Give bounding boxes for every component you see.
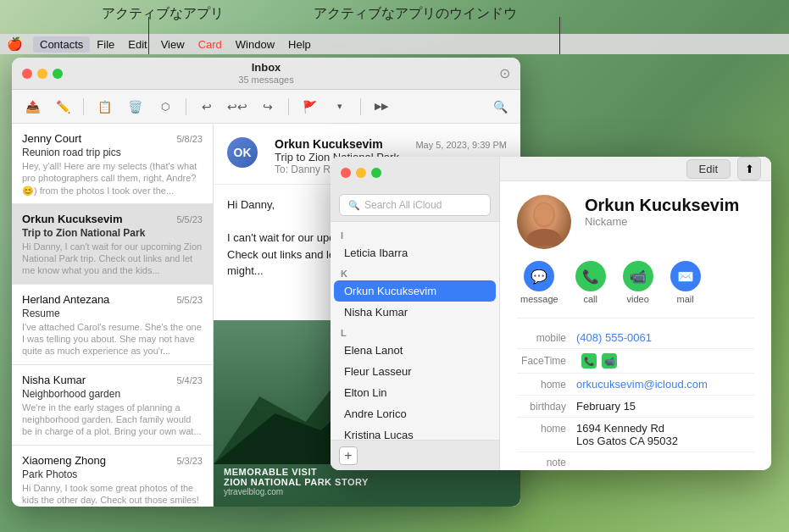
message-icon: 💬 (524, 261, 554, 291)
menu-contacts[interactable]: Contacts (33, 36, 90, 53)
video-icon: 📹 (623, 261, 653, 291)
field-label-note: note (517, 457, 576, 468)
msg-preview: Hi Danny, I took some great photos of th… (22, 482, 203, 507)
list-item[interactable]: Andre Lorico (334, 403, 496, 424)
mail-forward-icon[interactable]: ↪ (256, 95, 280, 119)
menu-file[interactable]: File (90, 36, 121, 53)
list-item[interactable]: Orkun Kucuksevim (334, 280, 496, 302)
field-value-birthday: February 15 (576, 400, 636, 413)
search-placeholder: Search All iCloud (364, 199, 442, 211)
call-label: call (583, 294, 597, 304)
list-item[interactable]: Kristina Lucas (334, 424, 496, 440)
avatar-svg (523, 198, 565, 246)
list-item[interactable]: Fleur Lasseur (334, 361, 496, 382)
field-note: note (517, 452, 754, 470)
field-home-address: home 1694 Kennedy Rd Los Gatos CA 95032 (517, 418, 754, 452)
mail-more-icon[interactable]: ▾ (328, 95, 352, 119)
contact-nickname: Nickame (585, 215, 739, 228)
mail-filter-icon[interactable]: ⊙ (499, 65, 510, 81)
mail-send-icon[interactable]: 📤 (20, 95, 44, 119)
contacts-section-header-l: L (331, 323, 499, 340)
list-item[interactable]: Jenny Court 5/8/23 Reunion road trip pic… (12, 124, 213, 204)
list-item[interactable]: Leticia Ibarra (334, 242, 496, 263)
field-label-mobile: mobile (517, 332, 576, 344)
active-window-annotation: アクティブなアプリのウインドウ (314, 5, 517, 23)
contacts-list: I Leticia Ibarra K Orkun Kucuksevim Nish… (331, 222, 499, 440)
contacts-close-button[interactable] (341, 168, 351, 178)
msg-subject: Trip to Zion National Park (22, 227, 203, 239)
share-button[interactable]: ⬆ (737, 157, 761, 180)
contacts-search-input[interactable]: 🔍 Search All iCloud (339, 194, 491, 216)
call-action[interactable]: 📞 call (575, 261, 606, 304)
msg-subject: Park Photos (22, 468, 203, 480)
field-label-home-address: home (517, 423, 576, 435)
avatar-initials: OK (234, 146, 252, 159)
mail-titlebar: Inbox 35 messages ⊙ (12, 58, 520, 90)
message-label: message (520, 294, 558, 304)
msg-date: 5/3/23 (176, 456, 203, 466)
list-item[interactable]: Elena Lanot (334, 340, 496, 361)
message-action[interactable]: 💬 message (520, 261, 558, 304)
contacts-minimize-button[interactable] (356, 168, 366, 178)
contacts-section-header-k: K (331, 263, 499, 280)
contacts-window: 🔍 Search All iCloud I Leticia Ibarra K O… (331, 157, 771, 470)
msg-date: 5/4/23 (176, 375, 203, 385)
call-icon: 📞 (575, 261, 606, 291)
contact-detail-titlebar: Edit ⬆ (500, 157, 771, 181)
video-action[interactable]: 📹 video (623, 261, 653, 304)
list-item[interactable]: Nisha Kumar (334, 302, 496, 323)
list-item[interactable]: Elton Lin (334, 382, 496, 403)
menu-help[interactable]: Help (281, 36, 318, 53)
msg-preview: I've attached Carol's resume. She's the … (22, 321, 203, 357)
field-value-mobile[interactable]: (408) 555-0061 (576, 331, 652, 344)
mail-action[interactable]: ✉️ mail (670, 261, 701, 304)
menu-card[interactable]: Card (192, 36, 229, 53)
msg-sender: Orkun Kucuksevim (22, 213, 123, 225)
list-item[interactable]: Nisha Kumar 5/4/23 Neighborhood garden W… (12, 365, 213, 446)
list-item[interactable]: Orkun Kucuksevim 5/5/23 Trip to Zion Nat… (12, 204, 213, 285)
mail-archive-icon[interactable]: 📋 (92, 95, 116, 119)
mail-reply-icon[interactable]: ↩ (195, 95, 219, 119)
contacts-search-area: 🔍 Search All iCloud (331, 189, 499, 222)
add-contact-button[interactable]: + (339, 446, 358, 465)
contacts-fullscreen-button[interactable] (371, 168, 381, 178)
facetime-video-icon[interactable]: 📹 (602, 353, 617, 369)
mail-sender-avatar: OK (227, 137, 258, 168)
mail-delete-icon[interactable]: 🗑️ (123, 95, 147, 119)
msg-subject: Neighborhood garden (22, 388, 203, 400)
msg-preview: Hey, y'all! Here are my selects (that's … (22, 160, 203, 197)
mail-overflow-icon[interactable]: ▶▶ (369, 95, 393, 119)
mail-compose-icon[interactable]: ✏️ (51, 95, 75, 119)
close-button[interactable] (22, 69, 32, 79)
field-value-email[interactable]: orkucuksevim@icloud.com (576, 378, 708, 391)
contact-full-name: Orkun Kucuksevim (585, 195, 739, 215)
edit-button[interactable]: Edit (686, 159, 731, 179)
svg-point-3 (527, 229, 561, 246)
contacts-section-header-i: I (331, 225, 499, 242)
mail-toolbar: 📤 ✏️ 📋 🗑️ ⬡ ↩ ↩↩ ↪ 🚩 ▾ ▶▶ 🔍 (12, 90, 520, 124)
list-item[interactable]: Herland Antezana 5/5/23 Resume I've atta… (12, 285, 213, 365)
fullscreen-button[interactable] (53, 69, 63, 79)
mail-reply-all-icon[interactable]: ↩↩ (225, 95, 249, 119)
menu-view[interactable]: View (154, 36, 192, 53)
facetime-phone-icon[interactable]: 📞 (581, 353, 597, 369)
contact-detail-body: Orkun Kucuksevim Nickame 💬 message 📞 cal… (500, 181, 771, 470)
mail-label: mail (677, 294, 694, 304)
contact-fields: mobile (408) 555-0061 FaceTime 📞 📹 home … (517, 318, 754, 470)
list-item[interactable]: Xiaomeng Zhong 5/3/23 Park Photos Hi Dan… (12, 446, 213, 507)
mail-junk-icon[interactable]: ⬡ (153, 95, 177, 119)
mail-search-icon[interactable]: 🔍 (488, 95, 512, 119)
mail-icon: ✉️ (670, 261, 701, 291)
minimize-button[interactable] (37, 69, 47, 79)
contact-name-block: Orkun Kucuksevim Nickame (585, 195, 739, 228)
active-app-annotation: アクティブなアプリ (102, 5, 224, 23)
contact-profile: Orkun Kucuksevim Nickame (517, 195, 754, 249)
field-facetime: FaceTime 📞 📹 (517, 349, 754, 374)
field-birthday: birthday February 15 (517, 396, 754, 418)
menubar: 🍎 Contacts File Edit View Card Window He… (0, 34, 789, 54)
detail-date: May 5, 2023, 9:39 PM (415, 140, 507, 150)
mail-flag-icon[interactable]: 🚩 (297, 95, 321, 119)
menu-window[interactable]: Window (229, 36, 281, 53)
apple-menu[interactable]: 🍎 (7, 36, 23, 52)
msg-date: 5/5/23 (176, 295, 203, 305)
